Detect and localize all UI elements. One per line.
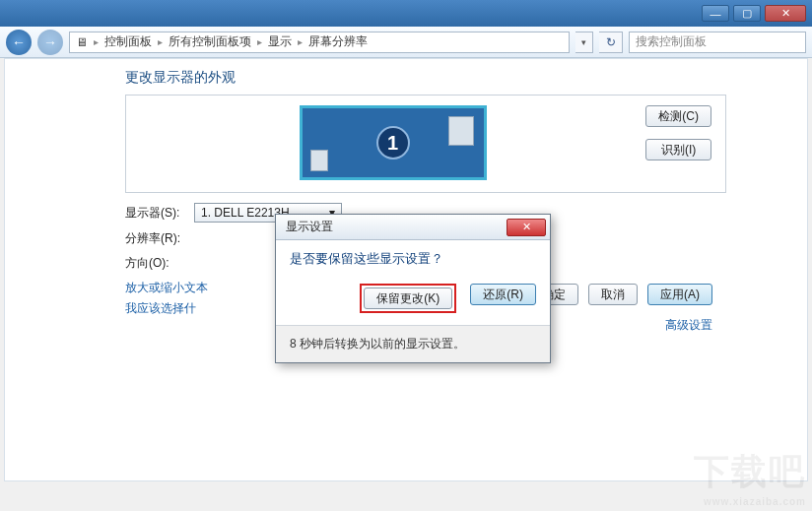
close-icon: ✕: [522, 221, 531, 233]
display-settings-dialog: 显示设置 ✕ 是否要保留这些显示设置？ 保留更改(K) 还原(R) 8 秒钟后转…: [275, 214, 551, 363]
dialog-question: 是否要保留这些显示设置？: [290, 250, 536, 268]
dialog-close-button[interactable]: ✕: [507, 219, 546, 236]
modal-overlay: 显示设置 ✕ 是否要保留这些显示设置？ 保留更改(K) 还原(R) 8 秒钟后转…: [0, 0, 812, 511]
keep-changes-button[interactable]: 保留更改(K): [364, 287, 452, 309]
dialog-title: 显示设置: [286, 219, 333, 235]
dialog-countdown: 8 秒钟后转换为以前的显示设置。: [276, 325, 550, 362]
revert-button[interactable]: 还原(R): [470, 284, 536, 305]
dialog-titlebar: 显示设置 ✕: [276, 215, 550, 240]
highlight-ring: 保留更改(K): [360, 284, 456, 313]
